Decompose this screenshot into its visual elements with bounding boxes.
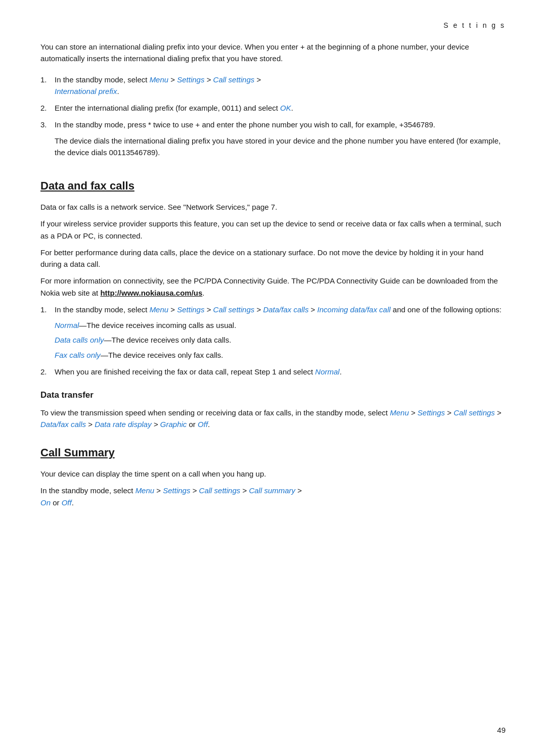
menu-link-2: Menu (150, 305, 169, 314)
data-fax-para4: For more information on connectivity, se… (40, 275, 506, 299)
graphic-link: Graphic (160, 420, 187, 429)
step-number-2: 2. (40, 102, 55, 114)
normal-option-link: Normal (55, 321, 79, 329)
option-data-calls-only: Data calls only—The device receives only… (55, 334, 506, 346)
data-transfer-heading: Data transfer (40, 389, 506, 402)
settings-link-1: Settings (177, 75, 204, 84)
data-fax-step-2-content: When you are finished receiving the fax … (55, 366, 506, 377)
data-fax-calls-link-2: Data/fax calls (40, 420, 86, 429)
call-settings-link-1: Call settings (213, 75, 255, 84)
settings-link-4: Settings (163, 486, 190, 495)
data-fax-steps-list: 1. In the standby mode, select Menu > Se… (40, 304, 506, 377)
menu-link-1: Menu (150, 75, 169, 84)
intro-step-3: 3. In the standby mode, press * twice to… (40, 119, 506, 163)
call-summary-heading: Call Summary (40, 444, 506, 461)
data-fax-step-1: 1. In the standby mode, select Menu > Se… (40, 304, 506, 361)
data-fax-step-number-1: 1. (40, 304, 55, 361)
data-fax-para2: If your wireless service provider suppor… (40, 218, 506, 242)
step-2-content: Enter the international dialing prefix (… (55, 102, 506, 114)
nokia-url: http://www.nokiausa.com/us (100, 289, 202, 297)
menu-link-3: Menu (390, 408, 409, 417)
data-rate-display-link: Data rate display (95, 420, 152, 429)
data-fax-step-2: 2. When you are finished receiving the f… (40, 366, 506, 377)
settings-link-2: Settings (177, 305, 204, 314)
header-title: S e t t i n g s (443, 21, 506, 29)
page-number: 49 (497, 725, 506, 736)
call-settings-link-4: Call settings (199, 486, 241, 495)
step-number-3: 3. (40, 119, 55, 163)
data-fax-calls-link: Data/fax calls (263, 305, 308, 314)
menu-link-4: Menu (135, 486, 155, 495)
data-fax-heading: Data and fax calls (40, 177, 506, 194)
intl-prefix-link: International prefix (55, 87, 117, 96)
data-fax-para1: Data or fax calls is a network service. … (40, 201, 506, 213)
call-summary-para1: Your device can display the time spent o… (40, 468, 506, 480)
step-3-content: In the standby mode, press * twice to us… (55, 119, 506, 163)
off-link-1: Off (198, 420, 208, 429)
call-summary-para2: In the standby mode, select Menu > Setti… (40, 485, 506, 508)
intro-steps-list: 1. In the standby mode, select Menu > Se… (40, 74, 506, 164)
intro-paragraph: You can store an international dialing p… (40, 41, 506, 65)
step-3-subparagraph: The device dials the international diali… (55, 135, 506, 159)
ok-link-1: OK (280, 104, 291, 112)
data-fax-step-1-content: In the standby mode, select Menu > Setti… (55, 304, 506, 361)
data-fax-para3: For better performance during data calls… (40, 247, 506, 270)
intro-step-1: 1. In the standby mode, select Menu > Se… (40, 74, 506, 98)
incoming-data-fax-link: Incoming data/fax call (317, 305, 391, 314)
settings-link-3: Settings (418, 408, 445, 417)
data-fax-step-number-2: 2. (40, 366, 55, 377)
call-summary-link: Call summary (249, 486, 295, 495)
option-fax-calls-only: Fax calls only—The device receives only … (55, 349, 506, 361)
step-1-content: In the standby mode, select Menu > Setti… (55, 74, 506, 98)
off-link-2: Off (62, 498, 72, 507)
fax-calls-only-link: Fax calls only (55, 351, 101, 359)
step-number-1: 1. (40, 74, 55, 98)
call-settings-link-3: Call settings (453, 408, 495, 417)
option-normal: Normal—The device receives incoming call… (55, 319, 506, 331)
data-transfer-para: To view the transmission speed when send… (40, 407, 506, 431)
on-link: On (40, 498, 51, 507)
intro-step-2: 2. Enter the international dialing prefi… (40, 102, 506, 114)
data-calls-only-link: Data calls only (55, 336, 104, 344)
page-header: S e t t i n g s (40, 20, 506, 31)
normal-link-step2: Normal (315, 367, 339, 376)
call-settings-link-2: Call settings (213, 305, 255, 314)
